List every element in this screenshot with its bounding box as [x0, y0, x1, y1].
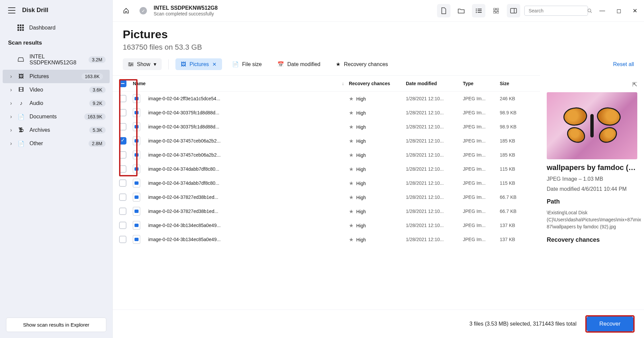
file-icon[interactable]	[437, 4, 450, 17]
star-icon: ★	[349, 223, 354, 228]
row-checkbox[interactable]	[119, 222, 126, 229]
category-icon: 🖼	[17, 73, 25, 79]
file-name: image-0-02-04-37457ceb06a2b2...	[148, 152, 221, 158]
sidebar-item-other[interactable]: › 📄 Other 2.8M	[0, 137, 112, 150]
maximize-icon[interactable]: ◻	[616, 7, 621, 14]
sidebar-item-video[interactable]: › 🎞 Video 3.6K	[0, 83, 112, 97]
app-title: Disk Drill	[22, 7, 48, 14]
search-field[interactable]	[529, 8, 587, 13]
table-row[interactable]: image-0-02-04-37457ceb06a2b2... ★High 1/…	[113, 134, 540, 148]
home-icon[interactable]	[119, 4, 133, 17]
recover-button[interactable]: Recover	[587, 317, 633, 331]
col-date[interactable]: Date modified	[406, 81, 437, 86]
row-checkbox[interactable]	[119, 123, 126, 130]
chip-icon: 🖼	[181, 61, 186, 67]
svg-point-18	[131, 64, 132, 65]
category-count: 3.6K	[89, 87, 106, 93]
svg-point-0	[476, 9, 477, 10]
svg-point-4	[476, 12, 477, 13]
date-value: 1/28/2021 12:10...	[406, 223, 463, 228]
col-size[interactable]: Size	[500, 81, 509, 86]
type-value: JPEG Im...	[463, 209, 500, 214]
drive-count: 3.2M	[89, 56, 106, 63]
panel-view-icon[interactable]	[507, 4, 520, 17]
recovery-value: High	[356, 209, 366, 214]
row-checkbox[interactable]	[119, 165, 126, 173]
recovery-value: High	[356, 223, 366, 228]
list-view-icon[interactable]	[472, 4, 485, 17]
table-row[interactable]: image-0-02-04-3b134ec85a0e49... ★High 1/…	[113, 232, 540, 246]
filter-chip-pictures[interactable]: 🖼 Pictures ✕	[175, 58, 222, 70]
sidebar-item-documents[interactable]: › 📄 Documents 163.9K	[0, 110, 112, 123]
file-name: image-0-02-04-3b134ec85a0e49...	[148, 237, 221, 242]
svg-rect-5	[478, 12, 482, 13]
hamburger-icon[interactable]	[8, 7, 15, 13]
file-type-icon	[133, 108, 140, 117]
row-checkbox[interactable]	[119, 193, 126, 201]
chip-close-icon[interactable]: ✕	[212, 61, 217, 67]
svg-point-12	[588, 9, 591, 12]
table-row[interactable]: image-0-02-04-374dabb7df8c80... ★High 1/…	[113, 176, 540, 190]
close-icon[interactable]: ✕	[633, 7, 637, 14]
sort-down-icon[interactable]: ↓	[342, 81, 344, 86]
row-checkbox[interactable]	[119, 179, 126, 187]
row-checkbox[interactable]	[119, 109, 126, 116]
row-checkbox[interactable]	[119, 95, 126, 102]
table-row[interactable]: image-0-02-04-2ff3e1a1c5dce54... ★High 1…	[113, 92, 540, 106]
recovery-value: High	[356, 181, 366, 186]
row-checkbox[interactable]	[119, 236, 126, 243]
drive-row[interactable]: INTEL SSDPEKNW512G8 3.2M	[0, 50, 112, 70]
table-row[interactable]: image-0-02-04-30375fc1d8d88d... ★High 1/…	[113, 120, 540, 134]
table-row[interactable]: image-0-02-04-30375fc1d8d88d... ★High 1/…	[113, 106, 540, 120]
show-in-explorer-button[interactable]: Show scan results in Explorer	[6, 318, 106, 332]
date-value: 1/28/2021 12:10...	[406, 124, 463, 129]
sidebar-item-archives[interactable]: › 🗜 Archives 5.3K	[0, 123, 112, 137]
table-row[interactable]: image-0-02-04-37827ed38b1ed... ★High 1/2…	[113, 204, 540, 218]
size-value: 185 KB	[500, 138, 540, 144]
svg-rect-10	[511, 8, 517, 13]
main: ✓ INTEL SSDPEKNW512G8 Scan completed suc…	[113, 0, 644, 338]
search-icon	[587, 8, 592, 13]
sidebar-item-pictures[interactable]: › 🖼 Pictures 163.8K	[3, 70, 110, 83]
dashboard-link[interactable]: Dashboard	[0, 20, 112, 35]
table-row[interactable]: image-0-02-04-37827ed38b1ed... ★High 1/2…	[113, 190, 540, 204]
preview-image	[547, 92, 637, 159]
status-bar: 3 files (3.53 MB) selected, 3171443 file…	[113, 309, 644, 338]
preview-recovery-label: Recovery chances	[547, 236, 637, 243]
sidebar: Disk Drill Dashboard Scan results INTEL …	[0, 0, 113, 338]
star-icon: ★	[349, 124, 354, 130]
search-input[interactable]	[524, 6, 588, 16]
col-recovery[interactable]: Recovery chances	[349, 81, 390, 86]
row-checkbox[interactable]	[119, 208, 126, 215]
drive-name: INTEL SSDPEKNW512G8	[30, 54, 83, 66]
reset-filters[interactable]: Reset all	[613, 61, 634, 67]
svg-point-2	[476, 10, 477, 11]
col-name[interactable]: Name	[133, 81, 146, 86]
file-name: image-0-02-04-37457ceb06a2b2...	[148, 138, 221, 144]
show-dropdown[interactable]: Show ▾	[123, 58, 162, 70]
sidebar-item-audio[interactable]: › ♪ Audio 9.2K	[0, 97, 112, 110]
chip-label: Recovery chances	[344, 61, 388, 67]
filter-chip-file size[interactable]: 📄 File size	[227, 58, 267, 70]
file-type-icon	[133, 235, 140, 244]
minimize-icon[interactable]: —	[599, 7, 605, 14]
open-external-icon[interactable]: ⇱	[632, 81, 637, 88]
filter-chip-date modified[interactable]: 📅 Date modified	[272, 58, 326, 70]
scan-status-icon: ✓	[140, 7, 147, 14]
grid-view-icon[interactable]	[489, 4, 503, 17]
table-row[interactable]: image-0-02-04-374dabb7df8c80... ★High 1/…	[113, 162, 540, 176]
chip-icon: 📄	[232, 61, 239, 67]
category-count: 9.2K	[89, 100, 106, 107]
folder-icon[interactable]	[454, 4, 468, 17]
row-checkbox[interactable]	[119, 137, 126, 145]
table-row[interactable]: image-0-02-04-3b134ec85a0e49... ★High 1/…	[113, 218, 540, 232]
table-row[interactable]: image-0-02-04-37457ceb06a2b2... ★High 1/…	[113, 148, 540, 162]
file-name: image-0-02-04-374dabb7df8c80...	[148, 180, 219, 186]
col-type[interactable]: Type	[463, 81, 474, 86]
chevron-down-icon: ▾	[154, 61, 156, 67]
recover-highlight: Recover	[585, 315, 635, 333]
select-all-checkbox[interactable]	[119, 80, 126, 87]
filter-chip-recovery chances[interactable]: ★ Recovery chances	[330, 58, 393, 70]
row-checkbox[interactable]	[119, 151, 126, 159]
category-count: 2.8M	[89, 140, 106, 147]
